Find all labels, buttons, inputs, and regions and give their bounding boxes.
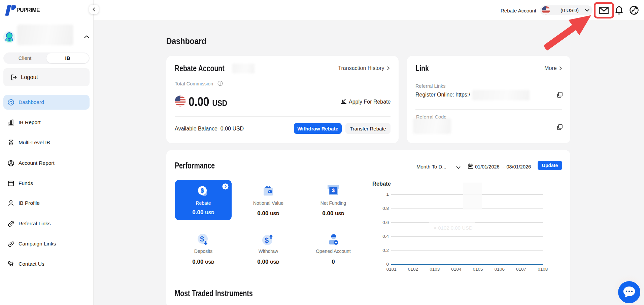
svg-text:$: $ [332,187,335,193]
svg-text:$: $ [201,187,204,194]
svg-text:$: $ [265,236,269,244]
svg-text:$: $ [200,235,204,243]
